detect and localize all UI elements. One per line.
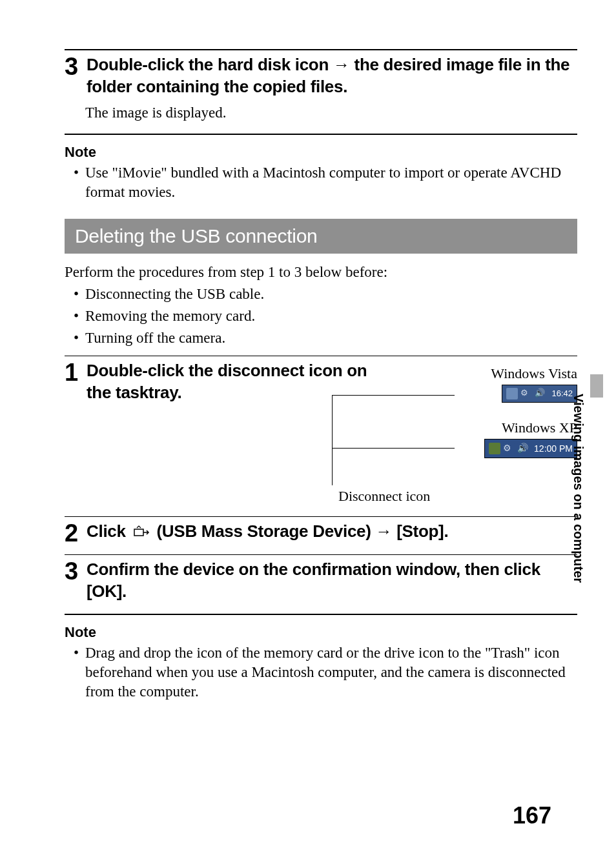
step-2: 2 Click (USB Mass Storage Device) → [Sto… bbox=[65, 521, 577, 545]
side-tab-label: Viewing images on a computer bbox=[571, 394, 586, 583]
tray-icon: ⚙ bbox=[503, 443, 515, 454]
text: [Stop]. bbox=[392, 521, 448, 541]
tray-icon: 🔊 bbox=[535, 388, 546, 399]
step-instruction: Click (USB Mass Storage Device) → [Stop]… bbox=[87, 521, 448, 545]
step-instruction: Double-click the hard disk icon → the de… bbox=[87, 54, 577, 98]
step-number: 3 bbox=[65, 559, 81, 583]
intro-bullet-1: •Disconnecting the USB cable. bbox=[74, 285, 577, 304]
bullet-dot-icon: • bbox=[74, 328, 80, 348]
intro-bullet-2: •Removing the memory card. bbox=[74, 307, 577, 326]
step-1: 1 Double-click the disconnect icon on th… bbox=[65, 360, 577, 514]
tray-icon: 🔊 bbox=[517, 443, 529, 454]
xp-label: Windows XP bbox=[384, 419, 577, 436]
bullet-dot-icon: • bbox=[74, 307, 80, 326]
note-heading: Note bbox=[65, 144, 577, 161]
text: (USB Mass Storage Device) bbox=[152, 521, 376, 541]
svg-rect-0 bbox=[134, 529, 143, 536]
text: Removing the memory card. bbox=[85, 307, 255, 326]
arrow-right-icon: → bbox=[333, 55, 350, 74]
step-body: The image is displayed. bbox=[85, 103, 577, 123]
xp-taskbar: ⚙ 🔊 12:00 PM bbox=[484, 439, 577, 458]
page-number: 167 bbox=[513, 802, 551, 829]
step-number: 1 bbox=[65, 360, 81, 385]
section-heading: Deleting the USB connection bbox=[65, 219, 577, 254]
taskbar-figure: Windows Vista ⚙ 🔊 16:42 Windows XP bbox=[371, 365, 577, 514]
disconnect-icon-label: Disconnect icon bbox=[338, 488, 430, 505]
leader-line bbox=[332, 395, 455, 396]
xp-time: 12:00 PM bbox=[534, 443, 573, 454]
note-text: Drag and drop the icon of the memory car… bbox=[85, 643, 577, 701]
usb-disconnect-icon bbox=[506, 388, 518, 399]
thumb-index-mark bbox=[590, 374, 603, 398]
step-number: 2 bbox=[65, 521, 81, 545]
tray-icon: ⚙ bbox=[520, 388, 532, 399]
note-text: Use "iMovie" bundled with a Macintosh co… bbox=[85, 163, 577, 202]
text: Disconnecting the USB cable. bbox=[85, 285, 264, 304]
usb-disconnect-icon bbox=[489, 443, 500, 454]
note-bullet: • Use "iMovie" bundled with a Macintosh … bbox=[74, 163, 577, 202]
step-instruction: Double-click the disconnect icon on the … bbox=[87, 360, 371, 404]
vista-label: Windows Vista bbox=[384, 365, 577, 382]
vista-time: 16:42 bbox=[551, 389, 573, 398]
bullet-dot-icon: • bbox=[74, 285, 80, 304]
vista-taskbar: ⚙ 🔊 16:42 bbox=[502, 385, 577, 403]
text: Double-click the hard disk icon bbox=[87, 55, 333, 74]
intro-text: Perform the procedures from step 1 to 3 … bbox=[65, 263, 577, 282]
side-tab: Viewing images on a computer bbox=[571, 394, 590, 632]
bullet-dot-icon: • bbox=[74, 643, 80, 701]
text: Click bbox=[87, 521, 130, 541]
step-3: 3 Confirm the device on the confirmation… bbox=[65, 559, 577, 603]
leader-line bbox=[332, 395, 333, 485]
step-number: 3 bbox=[65, 54, 81, 79]
usb-eject-icon bbox=[133, 523, 150, 545]
step-3-top: 3 Double-click the hard disk icon → the … bbox=[65, 54, 577, 98]
step-instruction: Confirm the device on the confirmation w… bbox=[87, 559, 577, 603]
text: Turning off the camera. bbox=[85, 328, 225, 348]
note-bullet: • Drag and drop the icon of the memory c… bbox=[74, 643, 577, 701]
leader-line bbox=[332, 448, 455, 449]
bullet-dot-icon: • bbox=[74, 163, 80, 202]
intro-bullet-3: •Turning off the camera. bbox=[74, 328, 577, 348]
note-heading: Note bbox=[65, 624, 577, 641]
arrow-right-icon: → bbox=[376, 521, 393, 541]
